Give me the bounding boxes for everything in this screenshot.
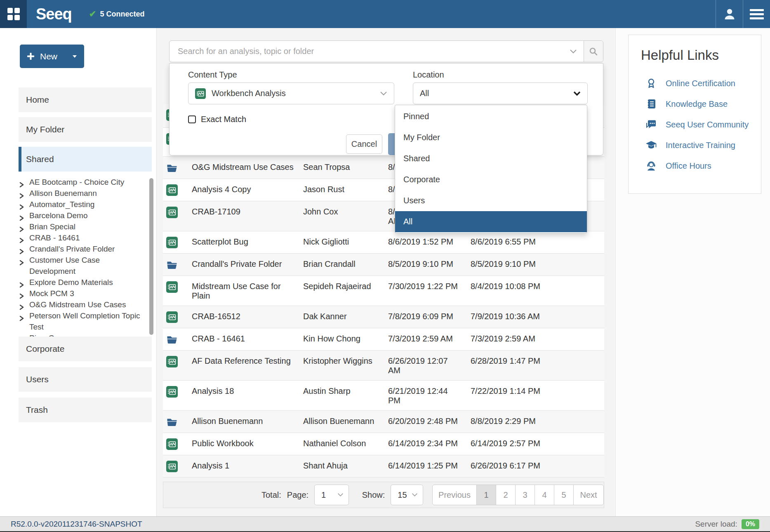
office-headset-icon bbox=[645, 160, 657, 171]
row-icon-cell bbox=[163, 455, 192, 477]
sidebar-item-trash[interactable]: Trash bbox=[19, 398, 152, 422]
helpful-links-card: Helpful Links Online CertificationKnowle… bbox=[628, 35, 761, 194]
helpful-link-knowledge[interactable]: Knowledge Base bbox=[645, 94, 761, 114]
row-owner: Sepideh Rajaeirad bbox=[303, 276, 386, 306]
tree-item[interactable]: AE Bootcamp - Choice City bbox=[19, 177, 147, 188]
table-row[interactable]: Midstream Use Case for PlainSepideh Raja… bbox=[163, 276, 604, 306]
row-accessed-date: 8/4/2019 10:08 PM bbox=[468, 276, 604, 306]
tree-item[interactable]: Mock PCM 3 bbox=[19, 288, 147, 299]
page-number-button[interactable]: 4 bbox=[535, 485, 554, 505]
page-button-group: Previous12345Next bbox=[432, 485, 604, 505]
page-number-button[interactable]: 3 bbox=[515, 485, 535, 505]
row-icon-cell bbox=[163, 254, 192, 275]
checkmark-icon: ✔ bbox=[89, 9, 97, 19]
cancel-button[interactable]: Cancel bbox=[346, 134, 382, 154]
tree-item-label: Peterson Well Completion Topic Test bbox=[29, 311, 140, 331]
location-menu-item[interactable]: Pinned bbox=[395, 106, 587, 127]
row-name: Allison Buenemann bbox=[192, 411, 303, 433]
app-grid-button[interactable] bbox=[0, 0, 27, 28]
sidebar-item-corporate[interactable]: Corporate bbox=[19, 337, 152, 361]
tree-item[interactable]: Allison Buenemann bbox=[19, 188, 147, 199]
tree-item[interactable]: PizzaCrew bbox=[19, 332, 147, 337]
helpful-link-community[interactable]: Seeq User Community bbox=[645, 114, 761, 135]
sidebar: New Home My Folder Shared AE Bootcamp - … bbox=[0, 28, 157, 516]
tree-item[interactable]: Peterson Well Completion Topic Test bbox=[19, 310, 147, 332]
location-menu-item[interactable]: All bbox=[395, 211, 587, 232]
tree-item[interactable]: Brian Special bbox=[19, 221, 147, 232]
content-type-select[interactable]: Workbench Analysis bbox=[188, 82, 394, 104]
analysis-icon bbox=[166, 466, 178, 473]
table-row[interactable]: Allison BuenemannAllison Buenemann6/20/2… bbox=[163, 411, 604, 433]
analysis-icon bbox=[166, 242, 178, 250]
helpful-link-certification[interactable]: Online Certification bbox=[645, 73, 761, 94]
caret-down-icon bbox=[72, 55, 77, 58]
sidebar-item-label: Shared bbox=[26, 154, 54, 164]
tree-item-label: O&G Midstream Use Cases bbox=[29, 300, 126, 309]
tree-item[interactable]: Explore Demo Materials bbox=[19, 277, 147, 288]
grid-icon bbox=[7, 8, 20, 20]
server-load-label: Server load: bbox=[695, 520, 737, 529]
search-button[interactable] bbox=[584, 41, 603, 62]
tree-item[interactable]: Customer Use Case Development bbox=[19, 254, 147, 277]
row-icon-cell bbox=[163, 201, 192, 231]
location-menu-item[interactable]: Users bbox=[395, 190, 587, 211]
search-dropdown-toggle[interactable] bbox=[570, 49, 577, 54]
hamburger-menu-button[interactable] bbox=[743, 0, 770, 28]
analysis-icon bbox=[166, 362, 178, 369]
row-owner: John Cox bbox=[303, 201, 386, 231]
row-updated-date: 6/14/2019 1:25 PM bbox=[386, 455, 468, 477]
table-row[interactable]: CRAB - 16461Kin How Chong7/3/2019 2:59 A… bbox=[163, 328, 604, 351]
table-row[interactable]: Public WorkbookNathaniel Colson6/14/2019… bbox=[163, 433, 604, 455]
row-owner: Austin Sharp bbox=[303, 381, 386, 410]
table-row[interactable]: Analysis 18Austin Sharp6/21/2019 12:44 P… bbox=[163, 381, 604, 411]
sidebar-item-label: Home bbox=[26, 95, 49, 105]
sidebar-item-shared[interactable]: Shared bbox=[19, 147, 152, 172]
table-row[interactable]: Crandall's Private FolderBrian Crandall8… bbox=[163, 254, 604, 276]
table-row[interactable]: AF Data Reference TestingKristopher Wigg… bbox=[163, 351, 604, 381]
location-menu-item[interactable]: Shared bbox=[395, 148, 587, 169]
row-name: CRAB-16512 bbox=[192, 306, 303, 328]
sidebar-item-home[interactable]: Home bbox=[19, 87, 152, 112]
location-label: Location bbox=[413, 70, 444, 80]
tree-item[interactable]: Barcelona Demo bbox=[19, 210, 147, 221]
tree-item-label: AE Bootcamp - Choice City bbox=[29, 178, 124, 186]
previous-page-button[interactable]: Previous bbox=[432, 485, 477, 505]
version-label: R52.0.0-v202011231746-SNAPSHOT bbox=[11, 520, 142, 529]
user-profile-button[interactable] bbox=[716, 0, 743, 28]
page-number-button[interactable]: 2 bbox=[496, 485, 516, 505]
tree-item[interactable]: Automator_Testing bbox=[19, 199, 147, 210]
show-select[interactable]: 15 bbox=[391, 485, 423, 505]
location-menu-item[interactable]: Corporate bbox=[395, 169, 587, 190]
tree-item-label: Automator_Testing bbox=[29, 200, 94, 209]
page-number-button[interactable]: 1 bbox=[476, 485, 496, 505]
checkbox-icon bbox=[188, 115, 196, 123]
new-button[interactable]: New bbox=[20, 45, 84, 68]
row-updated-date: 7/30/2019 1:22 PM bbox=[386, 276, 468, 306]
chevron-down-icon bbox=[570, 49, 577, 54]
helpful-link-label: Seeq User Community bbox=[666, 120, 749, 129]
sidebar-item-users[interactable]: Users bbox=[19, 367, 152, 392]
helpful-link-training[interactable]: Interactive Training bbox=[645, 135, 761, 155]
exact-match-checkbox[interactable]: Exact Match bbox=[188, 115, 246, 124]
pagination-bar: Total: Page: 1 Show: 15 Previous12345Nex… bbox=[163, 482, 604, 508]
tree-scrollbar[interactable] bbox=[149, 178, 153, 335]
next-page-button[interactable]: Next bbox=[573, 485, 604, 505]
location-select[interactable]: All bbox=[413, 82, 588, 104]
page-number-button[interactable]: 5 bbox=[554, 485, 574, 505]
folder-icon bbox=[166, 168, 178, 175]
row-name: O&G Midstream Use Cases bbox=[192, 157, 303, 179]
row-name: CRAB-17109 bbox=[192, 201, 303, 231]
tree-item[interactable]: Crandall's Private Folder bbox=[19, 243, 147, 254]
location-menu-item[interactable]: My Folder bbox=[395, 127, 587, 148]
search-input[interactable] bbox=[170, 47, 570, 56]
tree-item[interactable]: O&G Midstream Use Cases bbox=[19, 299, 147, 310]
table-row[interactable]: Scatterplot BugNick Gigliotti8/6/2019 1:… bbox=[163, 231, 604, 254]
row-updated-date: 6/14/2019 2:34 PM bbox=[386, 433, 468, 455]
tree-item[interactable]: CRAB - 16461 bbox=[19, 232, 147, 243]
sidebar-item-my-folder[interactable]: My Folder bbox=[19, 117, 152, 142]
page-select[interactable]: 1 bbox=[314, 485, 349, 505]
server-load-badge: 0% bbox=[742, 519, 759, 529]
table-row[interactable]: CRAB-16512Dak Kanner7/8/2019 6:09 PM7/9/… bbox=[163, 306, 604, 328]
helpful-link-office[interactable]: Office Hours bbox=[645, 155, 761, 176]
table-row[interactable]: Analysis 1Shant Ahuja6/14/2019 1:25 PM6/… bbox=[163, 455, 604, 478]
